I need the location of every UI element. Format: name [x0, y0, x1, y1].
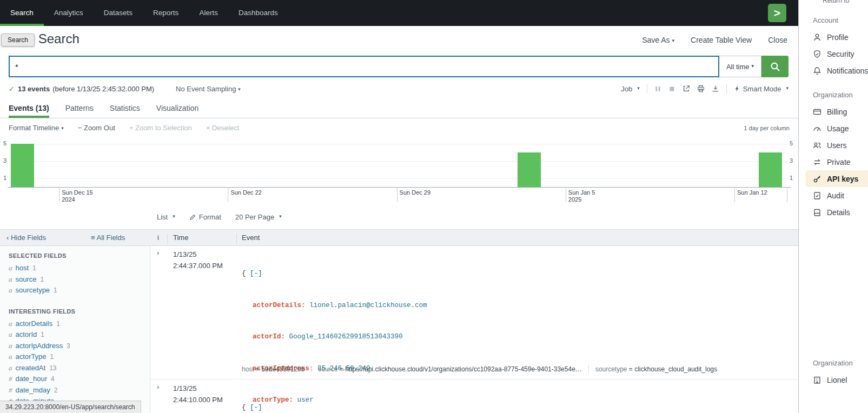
meta-sourcetype-value[interactable]: clickhouse_cloud_audit_logs	[634, 365, 717, 373]
field-date-mday[interactable]: #date_mday2	[9, 385, 150, 396]
field-actoripaddress[interactable]: aactorIpAddress3	[9, 341, 150, 352]
timeline-bar[interactable]	[518, 152, 541, 187]
pause-job-button[interactable]	[654, 85, 661, 92]
swap-arrows-icon	[813, 158, 821, 166]
organization-section-title: Organization	[813, 91, 868, 99]
search-input[interactable]	[9, 56, 719, 77]
list-view-dropdown[interactable]: List▾	[157, 213, 175, 221]
success-check-icon: ✓	[9, 85, 15, 93]
pause-icon	[654, 85, 661, 92]
collapse-json-link[interactable]: [-]	[250, 270, 262, 277]
y-axis-label: 5	[790, 140, 793, 146]
panel-item-notifications[interactable]: Notifications	[799, 62, 868, 79]
collapse-json-link[interactable]: [-]	[250, 404, 262, 411]
create-table-view-button[interactable]: Create Table View	[691, 36, 752, 44]
save-as-button[interactable]: Save As▾	[642, 36, 674, 44]
panel-item-users[interactable]: Users	[799, 137, 868, 154]
nav-item-reports[interactable]: Reports	[143, 0, 189, 26]
tab-events[interactable]: Events (13)	[9, 100, 49, 118]
meta-source-value[interactable]: https://api.clickhouse.cloud/v1/organiza…	[345, 365, 582, 373]
event-sampling-dropdown[interactable]: No Event Sampling▾	[176, 85, 241, 93]
organization-footer-section: Organization Lionel	[799, 359, 868, 388]
timeline-chart: 113355Sun Dec 152024Sun Dec 22Sun Dec 29…	[0, 139, 798, 210]
x-icon: ×	[206, 124, 210, 132]
format-results-button[interactable]: Format	[189, 213, 221, 221]
share-job-button[interactable]	[683, 85, 690, 92]
hide-fields-button[interactable]: ‹ Hide Fields	[6, 234, 46, 242]
panel-item-audit[interactable]: Audit	[799, 187, 868, 204]
timeline-bar[interactable]	[11, 144, 34, 187]
export-button[interactable]	[712, 85, 719, 92]
search-icon	[770, 62, 780, 72]
meta-host-value[interactable]: 53de4339120b	[261, 365, 304, 373]
bell-icon	[813, 66, 821, 75]
event-field-summary: host = 53de4339120b source = https://api…	[242, 365, 724, 373]
all-fields-button[interactable]: ≡ All Fields	[91, 234, 125, 242]
return-to-link[interactable]: Return to	[823, 0, 849, 4]
tab-patterns[interactable]: Patterns	[65, 100, 94, 118]
time-range-picker[interactable]: All time▾	[719, 56, 761, 77]
field-actordetails[interactable]: aactorDetails1	[9, 318, 150, 330]
deselect-button[interactable]: × Deselect	[206, 124, 240, 132]
results-controls: List▾ Format 20 Per Page▾	[150, 209, 282, 225]
panel-item-security[interactable]: Security	[799, 45, 868, 62]
search-button[interactable]	[761, 56, 789, 77]
print-button[interactable]	[697, 85, 705, 92]
timeline-bar[interactable]	[759, 152, 782, 187]
expand-event-chevron[interactable]: ›	[157, 383, 159, 391]
close-button[interactable]: Close	[768, 36, 787, 44]
json-key[interactable]: actorId:	[253, 333, 285, 341]
results-tabs: Events (13) Patterns Statistics Visualiz…	[0, 100, 798, 118]
shield-check-icon	[813, 50, 821, 58]
nav-item-alerts[interactable]: Alerts	[189, 0, 228, 26]
format-timeline-dropdown[interactable]: Format Timeline▾	[9, 124, 64, 132]
field-date-hour[interactable]: #date_hour4	[9, 374, 150, 385]
users-icon	[813, 141, 821, 150]
tab-statistics[interactable]: Statistics	[110, 100, 140, 118]
events-list: › 1/13/25 2:44:37.000 PM { [-] actorDeta…	[150, 246, 798, 413]
event-row: › 1/13/25 2:44:10.000 PM { [-] actorDeta…	[150, 380, 798, 413]
nav-item-datasets[interactable]: Datasets	[94, 0, 143, 26]
nav-item-dashboards[interactable]: Dashboards	[228, 0, 288, 26]
app-navbar: Search Analytics Datasets Reports Alerts…	[0, 0, 798, 26]
zoom-to-selection-button[interactable]: + Zoom to Selection	[129, 124, 192, 132]
field-actortype[interactable]: aactorType1	[9, 351, 150, 363]
header-actions: Save As▾ Create Table View Close	[642, 36, 787, 44]
user-icon	[813, 33, 821, 42]
caret-down-icon: ▾	[173, 214, 175, 219]
tab-visualization[interactable]: Visualization	[156, 100, 198, 118]
field-createdat[interactable]: acreatedAt13	[9, 363, 150, 374]
splunk-logo-icon[interactable]: >	[768, 4, 786, 22]
job-menu-button[interactable]: Job▾	[621, 85, 640, 93]
panel-item-details[interactable]: Details	[799, 204, 868, 221]
gridline	[11, 144, 787, 144]
nav-item-analytics[interactable]: Analytics	[44, 0, 94, 26]
column-header-info: i	[157, 234, 159, 242]
field-host[interactable]: ahost1	[9, 263, 150, 274]
y-axis-label: 3	[3, 157, 6, 164]
stop-job-button[interactable]	[668, 85, 675, 92]
field-actorid[interactable]: aactorId1	[9, 329, 150, 341]
json-key[interactable]: actorDetails:	[253, 302, 306, 309]
panel-item-billing[interactable]: Billing	[799, 103, 868, 120]
panel-item-private[interactable]: Private	[799, 154, 868, 170]
selected-fields-title: SELECTED FIELDS	[9, 252, 150, 259]
field-source[interactable]: asource1	[9, 274, 150, 285]
panel-item-lionel-org[interactable]: Lionel	[799, 371, 868, 388]
json-value[interactable]: lionel.palacin@clickhouse.com	[309, 302, 427, 309]
expand-event-chevron[interactable]: ›	[157, 249, 159, 257]
nav-item-search[interactable]: Search	[0, 0, 44, 26]
search-mode-dropdown[interactable]: Smart Mode▾	[734, 85, 789, 93]
json-value[interactable]: Google_114602629918513043390	[289, 333, 403, 341]
per-page-dropdown[interactable]: 20 Per Page▾	[235, 213, 282, 221]
field-sourcetype[interactable]: asourcetype1	[9, 285, 150, 296]
zoom-out-button[interactable]: − Zoom Out	[78, 124, 115, 132]
column-header-event: Event	[242, 234, 260, 242]
building-icon	[813, 376, 821, 384]
panel-item-usage[interactable]: Usage	[799, 120, 868, 137]
panel-item-profile[interactable]: Profile	[799, 29, 868, 45]
panel-item-api-keys[interactable]: API keys	[805, 170, 868, 187]
caret-down-icon: ▾	[786, 85, 789, 91]
interesting-fields-title: INTERESTING FIELDS	[9, 308, 150, 315]
organization-section: Organization Billing Usage Users Private…	[799, 91, 868, 221]
